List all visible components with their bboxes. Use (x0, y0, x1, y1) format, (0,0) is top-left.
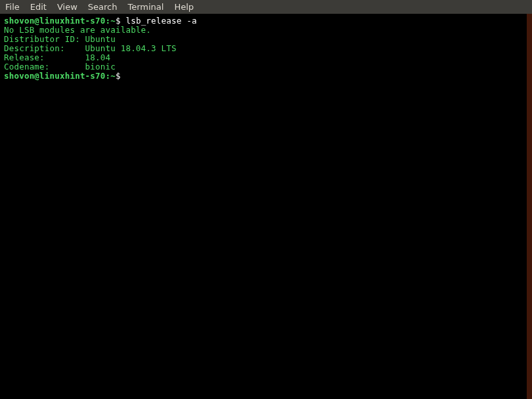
output-line: Description: Ubuntu 18.04.3 LTS (4, 44, 528, 53)
menubar: File Edit View Search Terminal Help (0, 0, 532, 14)
output-line: Release: 18.04 (4, 53, 528, 62)
prompt-line-1: shovon@linuxhint-s70:~$ lsb_release -a (4, 16, 528, 26)
prompt-dollar: $ (116, 16, 121, 26)
output-line: Distributor ID: Ubuntu (4, 35, 528, 44)
menu-edit[interactable]: Edit (25, 1, 52, 13)
prompt-line-2: shovon@linuxhint-s70:~$ (4, 72, 528, 81)
prompt-user: shovon@linuxhint-s70 (4, 16, 106, 26)
prompt-path: ~ (110, 16, 116, 26)
scrollbar[interactable] (527, 14, 532, 399)
prompt-dollar: $ (116, 71, 121, 81)
menu-help[interactable]: Help (169, 1, 199, 13)
menu-search[interactable]: Search (83, 1, 123, 13)
prompt-user: shovon@linuxhint-s70 (4, 71, 106, 81)
menu-file[interactable]: File (4, 1, 25, 13)
command: lsb_release -a (125, 16, 196, 26)
menu-terminal[interactable]: Terminal (122, 1, 169, 13)
terminal-body[interactable]: shovon@linuxhint-s70:~$ lsb_release -a N… (0, 14, 532, 83)
menu-view[interactable]: View (52, 1, 83, 13)
prompt-path: ~ (110, 71, 116, 81)
output-line: Codename: bionic (4, 62, 528, 72)
output-line: No LSB modules are available. (4, 26, 528, 35)
